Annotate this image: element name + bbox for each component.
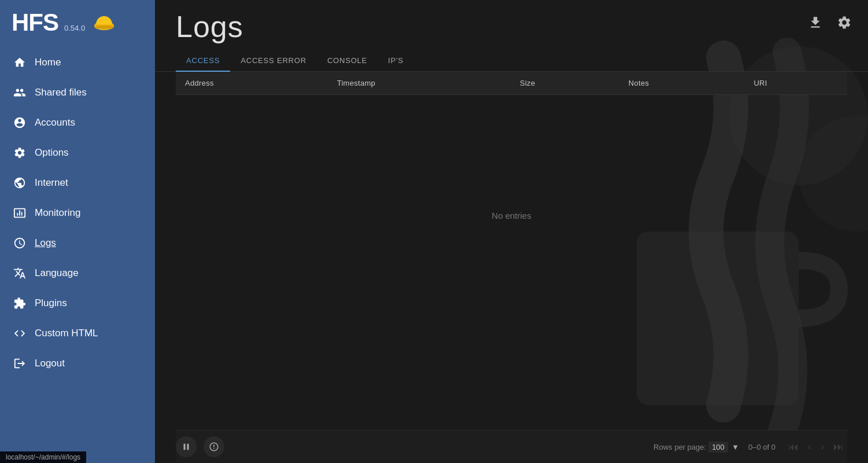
footer-left [176,436,224,457]
sidebar-header: HFS 0.54.0 [0,0,155,45]
tab-access[interactable]: ACCESS [176,50,230,72]
sidebar-item-label: Home [35,57,61,68]
sidebar-item-internet[interactable]: Internet [0,168,155,198]
prev-page-button[interactable]: ‹ [804,440,815,453]
rows-per-page-label: Rows per page: [653,443,706,451]
pause-button[interactable] [176,436,197,457]
sidebar-item-plugins[interactable]: Plugins [0,288,155,318]
tab-ips[interactable]: IP'S [378,50,414,72]
footer-right: Rows per page: 10 25 50 100 ▼ 0–0 of 0 ⏮… [653,440,847,453]
sidebar-item-monitoring[interactable]: Monitoring [0,198,155,228]
log-table-container: Address Timestamp Size Notes URI No entr… [176,72,847,430]
sidebar-item-shared-files[interactable]: Shared files [0,78,155,108]
sidebar-item-label: Internet [35,177,68,189]
settings-button[interactable] [834,13,854,32]
toolbar-top [806,13,854,32]
sidebar-item-language[interactable]: Language [0,258,155,288]
custom-html-icon [13,326,27,340]
pagination-info: 0–0 of 0 [748,443,775,451]
sidebar-nav: Home Shared files Accounts Options [0,45,155,463]
sidebar: HFS 0.54.0 Home Shared [0,0,155,463]
page-title: Logs [176,10,847,43]
language-icon [13,266,27,280]
tabs-bar: ACCESS ACCESS ERROR CONSOLE IP'S [155,50,868,72]
download-button[interactable] [806,13,825,32]
statusbar-text: localhost/~/admin/#/logs [6,453,80,461]
sidebar-item-custom-html[interactable]: Custom HTML [0,318,155,348]
clear-button[interactable] [204,436,224,457]
col-address: Address [176,72,328,95]
col-timestamp: Timestamp [328,72,511,95]
options-icon [13,146,27,160]
sidebar-item-label: Shared files [35,87,87,98]
sidebar-item-logs[interactable]: Logs [0,228,155,258]
table-header-row: Address Timestamp Size Notes URI [176,72,847,95]
sidebar-item-label: Accounts [35,117,75,128]
statusbar: localhost/~/admin/#/logs [0,451,86,463]
app-logo-icon [93,12,115,34]
main-content: Logs ACCESS ACCESS ERROR CONSOLE IP'S Ad… [155,0,868,463]
main-header: Logs [155,0,868,50]
tab-access-error[interactable]: ACCESS ERROR [230,50,317,72]
no-entries-row: No entries [176,95,847,337]
svg-point-2 [94,26,114,30]
sidebar-item-logout[interactable]: Logout [0,348,155,379]
table-footer: Rows per page: 10 25 50 100 ▼ 0–0 of 0 ⏮… [176,430,847,463]
pause-icon [181,442,191,452]
logout-icon [13,357,27,370]
col-uri: URI [744,72,847,95]
sidebar-item-options[interactable]: Options [0,138,155,168]
next-page-button[interactable]: › [817,440,828,453]
rows-per-page-select[interactable]: 10 25 50 100 [708,442,728,453]
app-version: 0.54.0 [64,24,85,32]
home-icon [13,56,27,69]
settings-icon [837,15,852,30]
sidebar-item-label: Logout [35,358,65,369]
pagination-controls: ⏮ ‹ › ⏭ [785,440,847,453]
plugins-icon [13,296,27,310]
sidebar-item-label: Monitoring [35,207,80,219]
download-icon [808,15,823,30]
log-table: Address Timestamp Size Notes URI No entr… [176,72,847,336]
col-size: Size [511,72,619,95]
sidebar-item-accounts[interactable]: Accounts [0,108,155,138]
col-notes: Notes [619,72,745,95]
logs-icon [13,236,27,250]
app-logo-text: HFS [12,10,58,35]
sidebar-item-home[interactable]: Home [0,47,155,78]
first-page-button[interactable]: ⏮ [785,440,802,453]
tab-console[interactable]: CONSOLE [317,50,378,72]
clear-icon [209,442,219,452]
shared-files-icon [13,86,27,100]
sidebar-item-label: Logs [35,237,56,249]
internet-icon [13,176,27,190]
sidebar-item-label: Language [35,267,79,279]
no-entries-text: No entries [176,95,847,337]
sidebar-item-label: Custom HTML [35,328,98,339]
dropdown-arrow: ▼ [732,443,739,451]
rows-per-page-wrapper: Rows per page: 10 25 50 100 ▼ [653,442,739,453]
monitoring-icon [13,206,27,220]
accounts-icon [13,116,27,130]
sidebar-item-label: Options [35,147,69,159]
sidebar-item-label: Plugins [35,297,67,309]
last-page-button[interactable]: ⏭ [830,440,847,453]
